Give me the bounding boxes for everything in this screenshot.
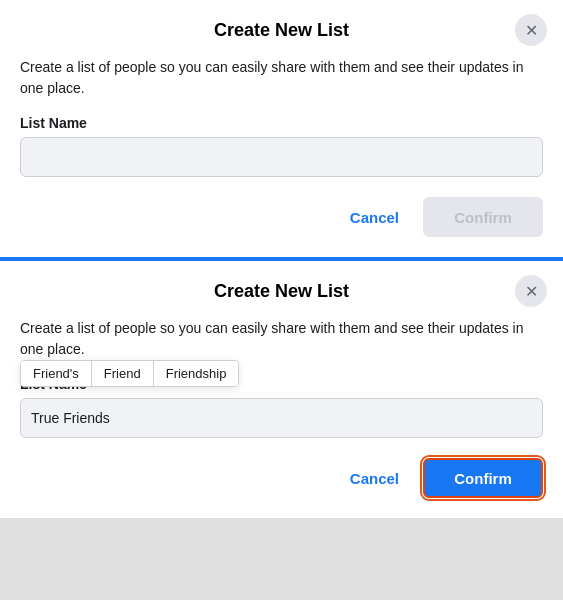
dialog-1-actions: Cancel Confirm xyxy=(20,197,543,237)
close-icon: ✕ xyxy=(525,21,538,40)
dialog-2-actions: Cancel Confirm xyxy=(20,458,543,498)
dialog-2-close-button[interactable]: ✕ xyxy=(515,275,547,307)
dialog-2: Create New List ✕ Create a list of peopl… xyxy=(0,261,563,518)
dialog-2-input-wrapper: Friend's Friend Friendship xyxy=(20,398,543,438)
dialog-1-confirm-button: Confirm xyxy=(423,197,543,237)
dialog-2-list-name-input[interactable] xyxy=(20,398,543,438)
dialog-2-description: Create a list of people so you can easil… xyxy=(20,318,543,360)
autocomplete-popup: Friend's Friend Friendship xyxy=(20,360,239,387)
dialog-1-close-button[interactable]: ✕ xyxy=(515,14,547,46)
autocomplete-item-1[interactable]: Friend xyxy=(92,361,154,386)
dialog-1-list-name-label: List Name xyxy=(20,115,543,131)
dialog-1-list-name-input[interactable] xyxy=(20,137,543,177)
close-icon: ✕ xyxy=(525,282,538,301)
dialog-2-title: Create New List xyxy=(20,281,543,302)
dialog-1: Create New List ✕ Create a list of peopl… xyxy=(0,0,563,261)
dialog-1-title: Create New List xyxy=(20,20,543,41)
autocomplete-item-0[interactable]: Friend's xyxy=(21,361,92,386)
dialog-2-confirm-button[interactable]: Confirm xyxy=(423,458,543,498)
dialog-2-cancel-button[interactable]: Cancel xyxy=(338,462,411,495)
dialog-1-description: Create a list of people so you can easil… xyxy=(20,57,543,99)
autocomplete-item-2[interactable]: Friendship xyxy=(154,361,239,386)
dialog-1-cancel-button[interactable]: Cancel xyxy=(338,201,411,234)
